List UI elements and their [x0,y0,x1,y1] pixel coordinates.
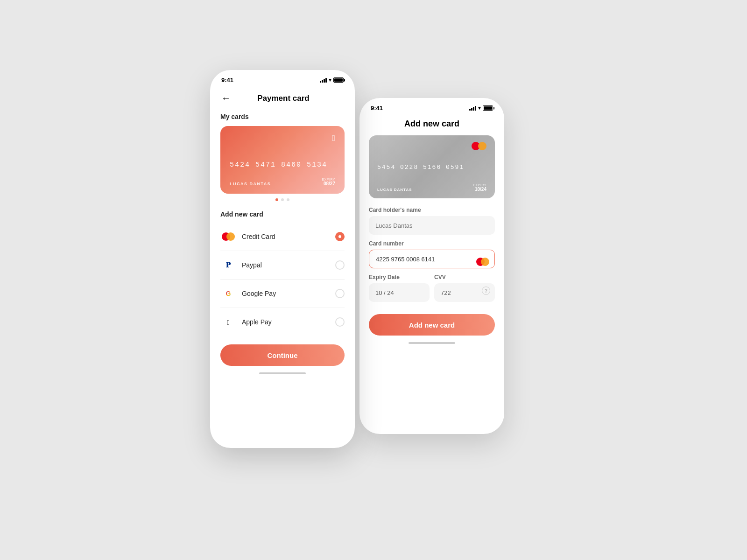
status-bar-back: 9:41 ▾ [359,98,504,115]
battery-icon-front [333,77,344,83]
payment-header: ← Payment card [210,87,355,111]
holder-name-input[interactable] [369,216,495,235]
status-bar-front: 9:41 ▾ [210,70,355,87]
payment-options: Credit Card 𝐏 Paypal G Google Pay [210,223,355,336]
apple-icon:  [227,318,229,326]
card-expiry-block: EXPIRY 08/27 [322,178,335,186]
mastercard-icon-grey [472,142,486,151]
add-card-section-label: Add new card [210,209,355,223]
grey-card-number: 5454 0228 5166 0591 [377,164,486,171]
google-pay-radio[interactable] [335,289,345,298]
wifi-icon-back: ▾ [478,105,481,111]
grey-expiry-value: 10/24 [473,187,486,192]
home-indicator-front [259,372,306,374]
apple-pay-label: Apple Pay [242,318,335,326]
status-icons-back: ▾ [469,105,493,111]
home-indicator-back [409,342,455,344]
google-icon: G [226,290,231,297]
card-expiry-label: EXPIRY [322,178,335,181]
grey-card-holder: LUCAS DANTAS [377,188,412,192]
phone-back: 9:41 ▾ Add new card [359,98,504,434]
paypal-icon: 𝐏 [226,261,231,269]
paypal-label: Paypal [242,261,335,269]
mastercard-icon [222,232,235,241]
paypal-radio[interactable] [335,260,345,270]
holder-name-label: Card holder's name [369,207,495,213]
phone-front: 9:41 ▾ ← Payment card My cards [210,70,355,448]
dot-2 [281,198,284,201]
cvv-help-icon[interactable]: ? [482,287,490,295]
option-credit-card[interactable]: Credit Card [220,223,345,251]
card-bottom-info: LUCAS DANTAS EXPIRY 08/27 [230,178,335,186]
option-google-pay[interactable]: G Google Pay [220,280,345,308]
google-pay-label: Google Pay [242,290,335,297]
carousel-dots [210,198,355,201]
add-card-button[interactable]: Add new card [369,314,495,336]
expiry-input[interactable] [369,283,430,302]
mastercard-overlay [377,142,486,151]
status-time-back: 9:41 [371,105,383,112]
expiry-label: Expiry Date [369,274,430,280]
back-button[interactable]: ← [219,91,233,105]
grey-expiry-label: EXPIRY [473,183,486,187]
dot-3 [287,198,289,201]
signal-icon-back [469,106,476,111]
cvv-label: CVV [434,274,495,280]
credit-card-label: Credit Card [242,233,335,240]
status-icons-front: ▾ [320,77,344,83]
continue-button[interactable]: Continue [220,344,345,366]
cvv-field: CVV ? [434,274,495,308]
option-paypal[interactable]: 𝐏 Paypal [220,251,345,280]
card-number-display: 5424 5471 8460 5134 [230,161,335,169]
radio-dot-selected [338,235,341,238]
paypal-icon-wrap: 𝐏 [220,257,236,273]
scene: 9:41 ▾ Add new card [210,70,537,490]
add-card-header: Add new card [359,115,504,135]
signal-icon-front [320,78,327,83]
battery-icon-back [483,105,493,111]
google-pay-icon-wrap: G [220,286,236,301]
add-card-title: Add new card [404,119,459,128]
expiry-cvv-row: Expiry Date CVV ? [369,274,495,308]
apple-card-logo:  [332,133,335,143]
grey-card: 5454 0228 5166 0591 LUCAS DANTAS EXPIRY … [369,135,495,198]
option-apple-pay[interactable]:  Apple Pay [220,308,345,336]
apple-pay-icon-wrap:  [220,314,236,330]
credit-card-icon-wrap [220,229,236,245]
payment-title: Payment card [233,94,334,103]
grey-card-expiry: EXPIRY 10/24 [473,183,486,192]
wifi-icon-front: ▾ [329,77,331,83]
grey-card-bottom: LUCAS DANTAS EXPIRY 10/24 [377,183,486,192]
card-number-label: Card number [369,240,495,247]
card-number-row [369,250,495,274]
card-logo-top:  [230,133,335,143]
card-holder-name: LUCAS DANTAS [230,182,271,186]
expiry-field: Expiry Date [369,274,430,308]
apple-pay-radio[interactable] [335,317,345,327]
credit-card-radio[interactable] [335,232,345,241]
status-time-front: 9:41 [221,77,233,84]
mastercard-icon-input [476,258,489,266]
cards-carousel:  5424 5471 8460 5134 LUCAS DANTAS EXPIR… [210,126,355,194]
add-card-form: Card holder's name Card number Expiry Da… [359,207,504,308]
my-cards-label: My cards [210,111,355,126]
credit-card-visual:  5424 5471 8460 5134 LUCAS DANTAS EXPIR… [220,126,345,194]
card-expiry-value: 08/27 [322,181,335,186]
dot-1 [275,198,278,201]
